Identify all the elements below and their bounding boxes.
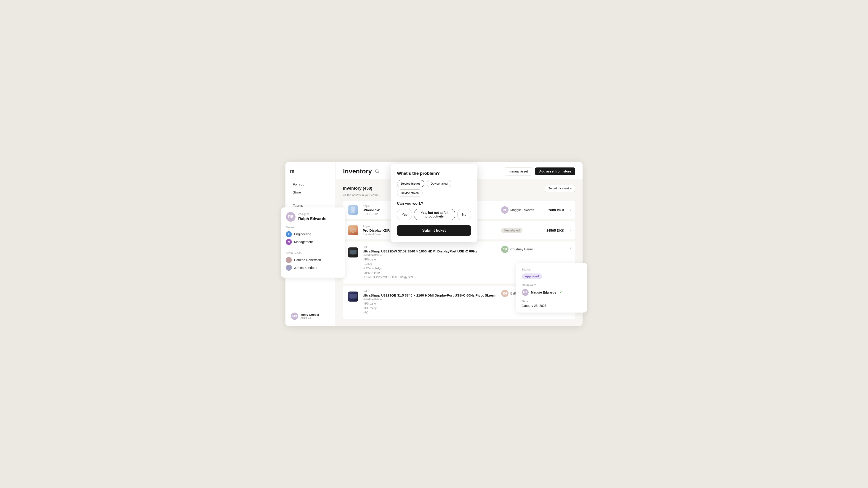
team-leads-label: Team Leads <box>286 252 340 255</box>
team-item-engineering: E Engineering <box>286 231 340 237</box>
status-label: Status <box>522 268 582 271</box>
monitor2-icon <box>348 292 358 301</box>
user-footer: MC Molly Cooper Acme Co <box>290 311 332 322</box>
display-icon <box>348 225 358 235</box>
chevron-down-icon: ▾ <box>570 187 572 190</box>
status-approved-badge: Approved <box>522 273 542 279</box>
svg-point-0 <box>375 170 378 173</box>
assignee-label: Assignee <box>298 213 327 216</box>
work-yes-partial-button[interactable]: Yes, but not at full productivity <box>414 209 455 220</box>
reviewer-row: ME Maggie Edwards ✓ <box>522 289 582 296</box>
inventory-count: Inventory (458) <box>343 186 372 191</box>
check-icon: ✓ <box>559 290 562 294</box>
device-info: Dell UltraSharp U3821DW 37.52 3840 × 160… <box>363 246 498 280</box>
pill-device-issues[interactable]: Device issues <box>397 180 425 187</box>
assignee-cell: CH Courtney Henry <box>501 246 538 253</box>
row-chevron-icon: › <box>570 208 571 213</box>
device-info: Dell UltraSharp U3223QE 31.5 3840 × 2160… <box>363 290 498 315</box>
sidebar-divider <box>290 199 332 199</box>
row-chevron-icon: › <box>570 228 571 233</box>
problem-modal: What's the problem? Device issues Device… <box>391 164 477 242</box>
sidebar-item-store[interactable]: Store <box>290 189 332 196</box>
team-avatar-engineering: E <box>286 231 292 237</box>
app-logo: m <box>290 168 332 174</box>
team-name-management: Management <box>294 240 313 244</box>
header-actions: manual asset Add asset from store <box>505 167 575 175</box>
monitor-icon <box>348 248 358 258</box>
team-lead-avatar-1 <box>286 257 292 263</box>
assignee-cell: ME Maggie Edwards <box>501 206 538 214</box>
svg-rect-12 <box>352 299 354 299</box>
add-asset-button[interactable]: Add asset from store <box>535 167 575 175</box>
team-lead-name-1: Darlene Robertson <box>294 258 321 262</box>
price-cell: 34595 DKK <box>541 228 564 232</box>
footer-company: Acme Co <box>301 317 319 319</box>
price-cell: 7680 DKK <box>541 208 564 212</box>
footer-username: Molly Cooper <box>301 313 319 317</box>
reviewer-avatar: ME <box>522 289 529 296</box>
assignee-big-avatar: RE <box>286 212 296 222</box>
svg-line-1 <box>378 172 379 173</box>
svg-rect-11 <box>350 294 356 298</box>
date-label: Date <box>522 299 582 303</box>
assignee-avatar: ME <box>501 206 508 214</box>
sort-button[interactable]: Sorted by asset ▾ <box>545 185 575 192</box>
date-value: January 23, 2023 <box>522 304 582 307</box>
svg-rect-9 <box>352 255 354 255</box>
team-name-engineering: Engineering <box>294 232 311 236</box>
user-avatar: MC <box>291 313 298 320</box>
svg-rect-6 <box>352 232 354 233</box>
team-lead-avatar-2 <box>286 265 292 271</box>
svg-rect-3 <box>352 207 354 212</box>
reviewers-label: Reviewers <box>522 283 582 287</box>
pill-device-stolen[interactable]: Device stolen <box>397 189 423 196</box>
device-spec-multi: - Med højttalere- IPS-panel- 1080p- LED-… <box>363 253 498 280</box>
device-spec-multi: - Med højttalere- IPS-panel- 3D Ready- 4… <box>363 297 498 315</box>
device-image <box>347 247 359 258</box>
work-options: Yes Yes, but not at full productivity No <box>397 209 471 220</box>
iphone-icon <box>348 205 358 215</box>
assignee-avatar: CH <box>501 246 508 253</box>
svg-rect-8 <box>350 250 356 254</box>
pill-device-failed[interactable]: Device failed <box>427 180 452 187</box>
modal-title: What's the problem? <box>397 171 471 176</box>
row-chevron-icon: › <box>570 246 571 250</box>
team-lead-item-2: James Bondees <box>286 265 340 271</box>
page-title-group: Inventory <box>343 168 380 175</box>
work-yes-button[interactable]: Yes <box>397 209 412 220</box>
device-image <box>347 204 359 216</box>
team-item-management: M Management <box>286 239 340 245</box>
search-icon[interactable] <box>375 169 380 174</box>
submit-ticket-button[interactable]: Submit ticket <box>397 225 471 236</box>
teams-label: Teams <box>286 226 340 229</box>
status-card: Status Approved Reviewers ME Maggie Edwa… <box>516 263 587 313</box>
team-avatar-management: M <box>286 239 292 245</box>
team-lead-name-2: James Bondees <box>294 266 317 269</box>
work-question: Can you work? <box>397 201 471 206</box>
problem-options: Device issues Device failed Device stole… <box>397 180 471 196</box>
assignee-avatar: EH <box>501 290 508 297</box>
assignee-cell: Unassigned <box>501 228 538 233</box>
sidebar-item-for-you[interactable]: For you <box>290 181 332 188</box>
reviewer-name: Maggie Edwards <box>531 291 556 294</box>
svg-point-4 <box>353 213 353 213</box>
svg-rect-5 <box>350 228 356 232</box>
device-image <box>347 291 359 302</box>
info-card: RE Assignee Ralph Edwards Teams E Engine… <box>281 207 345 278</box>
unassigned-badge: Unassigned <box>501 228 522 233</box>
manual-asset-button[interactable]: manual asset <box>505 167 532 175</box>
device-image <box>347 224 359 236</box>
team-lead-item-1: Darlene Robertson <box>286 257 340 263</box>
assignee-name: Ralph Edwards <box>298 217 327 221</box>
page-title: Inventory <box>343 168 372 175</box>
work-no-button[interactable]: No <box>457 209 471 220</box>
